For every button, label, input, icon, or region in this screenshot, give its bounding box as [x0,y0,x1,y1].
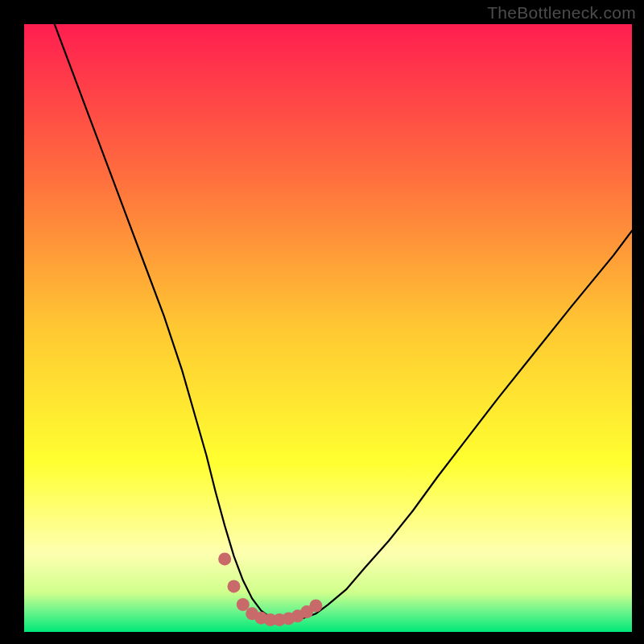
chart-frame: TheBottleneck.com [0,0,644,644]
watermark-text: TheBottleneck.com [487,3,636,23]
marker-dot [237,598,250,611]
marker-dot [309,600,322,613]
marker-dot [218,552,231,565]
plot-area [24,24,632,632]
marker-dot [227,580,240,592]
chart-svg [24,24,632,632]
gradient-background [24,24,632,632]
